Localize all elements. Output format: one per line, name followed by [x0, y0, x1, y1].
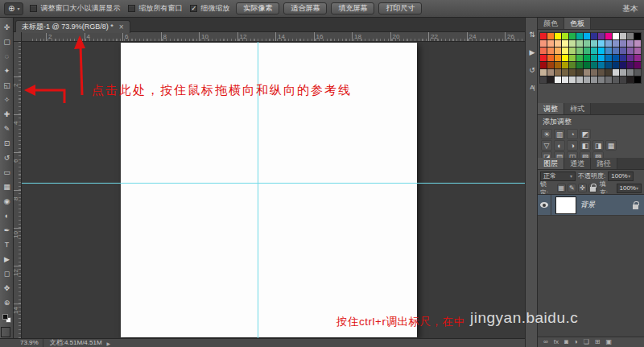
hand-tool[interactable]: ✥: [0, 281, 14, 295]
color-swatch[interactable]: [613, 55, 619, 61]
zoom-option-checkbox[interactable]: 缩放所有窗口: [128, 3, 182, 14]
color-swatch[interactable]: [576, 69, 583, 76]
layer-row[interactable]: 背景: [538, 195, 644, 216]
color-swatch[interactable]: [569, 55, 576, 61]
color-swatch[interactable]: [627, 62, 634, 68]
color-swatch[interactable]: [547, 40, 554, 47]
color-swatch[interactable]: [627, 33, 634, 39]
color-swatch[interactable]: [562, 55, 568, 61]
foreground-color-swatch[interactable]: [1, 327, 10, 337]
color-swatch[interactable]: [569, 48, 576, 54]
fill-field[interactable]: 100% ▾: [617, 184, 642, 193]
color-swatch[interactable]: [562, 48, 568, 54]
color-swatch[interactable]: [634, 55, 641, 61]
color-swatch[interactable]: [562, 62, 568, 68]
expand-panels-icon[interactable]: ▶: [526, 45, 539, 60]
document-tab[interactable]: 未标题-1 @ 73.9%(RGB/8) * ×: [15, 20, 130, 33]
color-swatch[interactable]: [605, 48, 612, 54]
color-swatch[interactable]: [555, 76, 561, 83]
color-swatch[interactable]: [584, 55, 590, 61]
color-swatch[interactable]: [591, 40, 597, 47]
history-brush-tool[interactable]: ↺: [0, 151, 14, 165]
checkbox-icon[interactable]: ✓: [190, 5, 197, 12]
color-swatch[interactable]: [598, 48, 605, 54]
healing-brush-tool[interactable]: ✚: [0, 107, 14, 122]
color-swatch[interactable]: [620, 33, 626, 39]
zoom-tool[interactable]: ⊕: [0, 295, 14, 310]
layers-tab-2[interactable]: 路径: [591, 158, 617, 169]
vertical-ruler[interactable]: 2468101214: [14, 42, 22, 338]
color-swatch[interactable]: [547, 69, 554, 76]
color-swatch[interactable]: [562, 69, 568, 76]
marquee-tool[interactable]: ▢: [0, 35, 14, 49]
color-swatch[interactable]: [620, 62, 626, 68]
brush-tool[interactable]: ✎: [0, 122, 14, 136]
color-swatch[interactable]: [634, 76, 641, 83]
color-swatch[interactable]: [562, 33, 568, 39]
color-swatch[interactable]: [598, 69, 605, 76]
color-swatch[interactable]: [591, 33, 597, 39]
fill-screen-button[interactable]: 填充屏幕: [331, 2, 374, 14]
color-swatch[interactable]: [540, 55, 547, 61]
layers-tab-1[interactable]: 通道: [564, 158, 591, 169]
quick-selection-tool[interactable]: ✦: [0, 64, 14, 78]
color-swatch[interactable]: [634, 62, 641, 68]
black-white-icon[interactable]: ◧: [580, 140, 591, 151]
color-swatch[interactable]: [555, 40, 561, 47]
layer-mask-icon[interactable]: ◙: [564, 337, 568, 347]
color-swatch[interactable]: [591, 55, 597, 61]
color-swatch[interactable]: [555, 69, 561, 76]
color-swatch[interactable]: [576, 33, 583, 39]
color-swatch[interactable]: [613, 62, 619, 68]
character-panel-icon[interactable]: A|: [526, 81, 539, 95]
color-swatch[interactable]: [555, 48, 561, 54]
color-swatch[interactable]: [598, 40, 605, 47]
current-tool-badge[interactable]: ⊕ ▾: [4, 2, 23, 15]
color-swatch[interactable]: [613, 48, 619, 54]
color-swatch[interactable]: [576, 40, 583, 47]
color-swatch[interactable]: [634, 48, 641, 54]
horizontal-ruler[interactable]: 2468101214161820222426: [14, 32, 525, 42]
color-swatch[interactable]: [613, 69, 619, 76]
color-swatch[interactable]: [605, 62, 612, 68]
close-icon[interactable]: ×: [119, 23, 124, 31]
zoom-level-field[interactable]: 73.9%: [16, 339, 43, 347]
swatches-tab-0[interactable]: 颜色: [538, 18, 564, 29]
color-swatch[interactable]: [620, 69, 626, 76]
adjustment-layer-icon[interactable]: ◑: [574, 337, 578, 347]
color-swatch[interactable]: [605, 40, 612, 47]
eraser-tool[interactable]: ▭: [0, 165, 14, 180]
shape-tool[interactable]: ◻: [0, 266, 14, 281]
ruler-origin-corner[interactable]: [14, 32, 22, 42]
new-layer-icon[interactable]: ⊞: [595, 337, 601, 347]
color-swatch[interactable]: [627, 55, 634, 61]
color-swatch[interactable]: [613, 76, 619, 83]
color-swatch[interactable]: [547, 48, 554, 54]
color-swatch[interactable]: [634, 69, 641, 76]
lock-pixels-icon[interactable]: ✎: [568, 184, 576, 192]
new-group-icon[interactable]: ❏: [584, 337, 589, 347]
color-swatch[interactable]: [591, 69, 597, 76]
dodge-tool[interactable]: ◐: [0, 209, 14, 223]
color-swatch[interactable]: [584, 40, 590, 47]
color-swatch[interactable]: [555, 62, 561, 68]
color-swatch[interactable]: [576, 48, 583, 54]
color-swatch[interactable]: [540, 40, 547, 47]
color-swatch[interactable]: [576, 55, 583, 61]
move-tool[interactable]: ✜: [0, 20, 14, 35]
color-swatch[interactable]: [598, 55, 605, 61]
color-swatch[interactable]: [584, 69, 590, 76]
color-swatch[interactable]: [627, 48, 634, 54]
color-swatch[interactable]: [620, 76, 626, 83]
color-swatch[interactable]: [547, 33, 554, 39]
eyedropper-tool[interactable]: ✧: [0, 93, 14, 107]
gradient-tool[interactable]: ▦: [0, 180, 14, 194]
color-swatch[interactable]: [569, 69, 576, 76]
print-size-button[interactable]: 打印尺寸: [378, 2, 422, 14]
color-swatch[interactable]: [540, 33, 547, 39]
zoom-option-checkbox[interactable]: ✓细微缩放: [190, 3, 229, 14]
color-swatch[interactable]: [605, 76, 612, 83]
swatches-tab-1[interactable]: 色板: [564, 18, 591, 29]
color-swatch[interactable]: [605, 69, 612, 76]
color-swatch[interactable]: [584, 62, 590, 68]
